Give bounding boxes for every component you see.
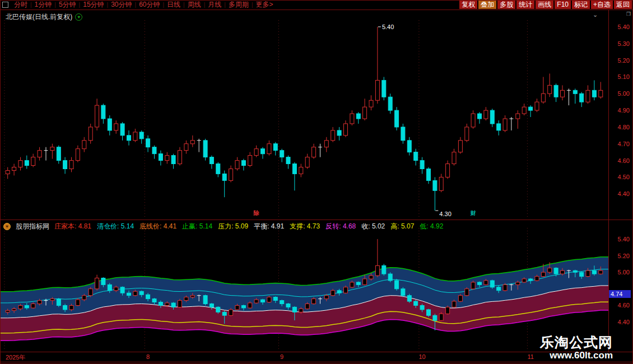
indicator-header: ♥ 股朋指标网 庄家本: 4.81清仓价: 5.14底线价: 4.41止赢: 5… <box>3 222 443 231</box>
price-axis-main: 5.405.305.205.105.004.904.804.704.604.50… <box>608 10 633 220</box>
indicator-field: 收: 5.02 <box>361 222 385 231</box>
price-label: 5.00 <box>618 90 630 97</box>
price-label: 5.40 <box>618 24 630 30</box>
date-label: 9 <box>280 353 283 360</box>
price-label: 4.50 <box>618 174 630 180</box>
price-label: 5.30 <box>618 40 630 47</box>
date-label: 8 <box>146 353 150 360</box>
period-item[interactable]: 多周期 <box>226 0 252 10</box>
indicator-source: 股朋指标网 <box>16 222 49 231</box>
period-item[interactable]: 分时 <box>11 0 30 10</box>
date-label: 2025年 <box>6 353 25 362</box>
candlestick-chart[interactable]: 5.404.30除财 <box>0 10 608 220</box>
price-label: 5.20 <box>618 57 630 64</box>
toolbar-button[interactable]: 画线 <box>536 1 553 9</box>
period-item[interactable]: 5分钟 <box>56 0 79 10</box>
price-annotation: 4.30 <box>439 211 451 217</box>
period-item[interactable]: 30分钟 <box>108 0 134 10</box>
indicator-field: 低: 4.92 <box>420 222 443 231</box>
watermark: 乐淘公式网 www.60lt.com <box>540 334 613 361</box>
date-label: 10 <box>418 353 425 360</box>
indicator-chart[interactable] <box>0 220 608 352</box>
price-label: 5.00 <box>618 269 630 276</box>
watermark-url: www.60lt.com <box>540 350 613 361</box>
price-label: 4.60 <box>618 157 630 164</box>
indicator-field: 止赢: 5.14 <box>182 222 212 231</box>
period-item[interactable]: 1分钟 <box>32 0 55 10</box>
toolbar-button[interactable]: 统计 <box>516 1 534 9</box>
toolbar-actions: 复权叠加多股统计画线F10标记+自选返回 <box>459 1 633 9</box>
toolbar-button[interactable]: 多股 <box>497 1 515 9</box>
indicator-field: 高: 5.07 <box>390 222 414 231</box>
indicator-field: 平衡: 4.91 <box>254 222 284 231</box>
toolbar-button[interactable]: 复权 <box>459 1 477 9</box>
price-label: 5.20 <box>618 253 630 259</box>
price-label: 4.60 <box>618 302 630 309</box>
indicator-field: 压力: 5.09 <box>218 222 248 231</box>
event-marker: 除 <box>254 210 260 216</box>
price-annotation: 5.40 <box>382 24 394 30</box>
indicator-field: 底线价: 4.41 <box>139 222 176 231</box>
price-label: 4.90 <box>618 107 630 114</box>
event-marker: 财 <box>470 210 476 216</box>
period-item[interactable]: 更多> <box>253 0 276 10</box>
price-label: 4.80 <box>618 124 630 130</box>
date-axis: 2025年891011 <box>0 352 633 362</box>
period-item[interactable]: 15分钟 <box>80 0 106 10</box>
indicator-panel[interactable]: ♥ 股朋指标网 庄家本: 4.81清仓价: 5.14底线价: 4.41止赢: 5… <box>0 220 633 352</box>
favorite-heart-icon[interactable]: ♥ <box>75 13 82 21</box>
toolbar-button[interactable]: +自选 <box>591 1 613 9</box>
price-label: 4.70 <box>618 141 630 147</box>
candles-layer <box>6 27 603 211</box>
indicator-field: 庄家本: 4.81 <box>54 222 91 231</box>
price-badge: 4.74 <box>609 290 631 298</box>
date-label: 11 <box>527 353 533 360</box>
price-label: 5.10 <box>618 73 630 80</box>
indicator-field: 反转: 4.68 <box>325 222 356 231</box>
period-menu: 分时|1分钟|5分钟|15分钟|30分钟|60分钟|日线|周线|月线|多周期|更… <box>11 0 276 10</box>
watermark-site-name: 乐淘公式网 <box>540 334 613 350</box>
price-label: 5.40 <box>618 236 630 242</box>
toolbar-button[interactable]: 返回 <box>614 1 632 9</box>
main-chart-panel[interactable]: 5.404.30除财 北巴传媒(日线.前复权) ♥ ⌄ ❐ 5.405.305.… <box>0 10 633 220</box>
period-item[interactable]: 日线 <box>164 0 183 10</box>
price-label: 4.40 <box>618 319 630 325</box>
price-label: 4.40 <box>618 190 630 197</box>
indicator-field: 支撑: 4.73 <box>290 222 320 231</box>
app-window-icon[interactable] <box>2 2 8 8</box>
period-item[interactable]: 60分钟 <box>136 0 162 10</box>
period-item[interactable]: 周线 <box>185 0 204 10</box>
chart-title-row: 北巴传媒(日线.前复权) ♥ <box>6 12 82 22</box>
window-restore-icon[interactable]: ❐ <box>626 11 631 17</box>
toolbar: 分时|1分钟|5分钟|15分钟|30分钟|60分钟|日线|周线|月线|多周期|更… <box>0 0 633 10</box>
period-item[interactable]: 月线 <box>205 0 224 10</box>
chart-title: 北巴传媒(日线.前复权) <box>6 12 72 22</box>
indicator-field: 清仓价: 5.14 <box>97 222 134 231</box>
toolbar-button[interactable]: 标记 <box>572 1 590 9</box>
indicator-logo-icon: ♥ <box>3 223 11 230</box>
indicator-fields: 庄家本: 4.81清仓价: 5.14底线价: 4.41止赢: 5.14压力: 5… <box>54 222 443 231</box>
price-axis-sub: 5.405.205.004.604.40 <box>608 220 633 352</box>
chevron-down-icon[interactable]: ⌄ <box>593 11 598 18</box>
toolbar-button[interactable]: 叠加 <box>478 1 496 9</box>
toolbar-button[interactable]: F10 <box>555 1 571 9</box>
